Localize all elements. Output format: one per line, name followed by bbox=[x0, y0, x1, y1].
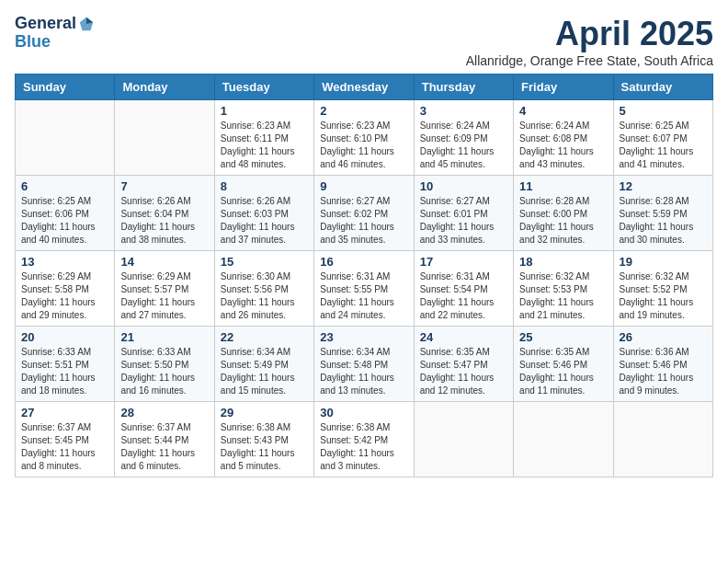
day-info-line: Sunset: 5:45 PM bbox=[21, 435, 89, 445]
calendar-cell: 10Sunrise: 6:27 AMSunset: 6:01 PMDayligh… bbox=[414, 176, 513, 251]
day-info-line: Sunrise: 6:34 AM bbox=[320, 347, 390, 357]
logo-icon bbox=[78, 16, 95, 32]
calendar-cell: 26Sunrise: 6:36 AMSunset: 5:46 PMDayligh… bbox=[613, 327, 712, 402]
day-info: Sunrise: 6:26 AMSunset: 6:04 PMDaylight:… bbox=[120, 195, 208, 247]
day-info-line: Sunrise: 6:24 AM bbox=[420, 121, 490, 131]
day-info: Sunrise: 6:24 AMSunset: 6:08 PMDaylight:… bbox=[519, 120, 607, 171]
day-info-line: Sunrise: 6:28 AM bbox=[519, 196, 589, 206]
calendar-cell: 22Sunrise: 6:34 AMSunset: 5:49 PMDayligh… bbox=[214, 327, 313, 402]
day-info-line: Sunrise: 6:27 AM bbox=[420, 196, 490, 206]
day-number: 17 bbox=[420, 255, 507, 269]
day-info-line: Sunset: 5:56 PM bbox=[221, 284, 289, 294]
day-info: Sunrise: 6:29 AMSunset: 5:58 PMDaylight:… bbox=[21, 270, 108, 322]
day-info-line: Daylight: 11 hours and 12 minutes. bbox=[420, 373, 495, 396]
day-info-line: Daylight: 11 hours and 11 minutes. bbox=[519, 373, 594, 396]
logo-subtext: Blue bbox=[15, 33, 51, 52]
day-number: 24 bbox=[420, 330, 507, 344]
day-info-line: Sunset: 5:46 PM bbox=[519, 360, 587, 370]
day-number: 30 bbox=[320, 406, 407, 419]
day-number: 20 bbox=[21, 330, 108, 344]
day-info: Sunrise: 6:37 AMSunset: 5:45 PMDaylight:… bbox=[21, 421, 108, 473]
calendar-cell bbox=[16, 100, 115, 176]
calendar-cell bbox=[414, 402, 513, 477]
day-info: Sunrise: 6:29 AMSunset: 5:57 PMDaylight:… bbox=[120, 270, 208, 322]
day-info-line: Daylight: 11 hours and 3 minutes. bbox=[320, 448, 394, 471]
day-info: Sunrise: 6:24 AMSunset: 6:09 PMDaylight:… bbox=[420, 120, 507, 171]
day-number: 23 bbox=[320, 330, 407, 344]
calendar-cell: 3Sunrise: 6:24 AMSunset: 6:09 PMDaylight… bbox=[414, 100, 513, 176]
day-info-line: Sunset: 6:02 PM bbox=[320, 209, 388, 219]
calendar-cell: 9Sunrise: 6:27 AMSunset: 6:02 PMDaylight… bbox=[314, 176, 414, 251]
calendar-cell bbox=[115, 100, 214, 176]
calendar-cell: 19Sunrise: 6:32 AMSunset: 5:52 PMDayligh… bbox=[613, 251, 712, 327]
day-info-line: Daylight: 11 hours and 46 minutes. bbox=[320, 146, 394, 169]
day-info-line: Sunset: 6:07 PM bbox=[620, 133, 688, 144]
day-info: Sunrise: 6:31 AMSunset: 5:54 PMDaylight:… bbox=[420, 270, 507, 322]
day-info-line: Sunset: 5:57 PM bbox=[120, 284, 188, 294]
day-info-line: Daylight: 11 hours and 29 minutes. bbox=[21, 297, 96, 320]
day-info-line: Daylight: 11 hours and 6 minutes. bbox=[120, 448, 195, 471]
day-info-line: Sunrise: 6:38 AM bbox=[320, 422, 390, 432]
day-info-line: Sunrise: 6:23 AM bbox=[320, 121, 390, 131]
day-info-line: Daylight: 11 hours and 40 minutes. bbox=[21, 222, 96, 245]
day-info-line: Sunrise: 6:23 AM bbox=[221, 121, 290, 131]
day-info: Sunrise: 6:38 AMSunset: 5:42 PMDaylight:… bbox=[320, 421, 407, 473]
day-info-line: Sunrise: 6:29 AM bbox=[120, 271, 190, 282]
day-info-line: Sunset: 5:46 PM bbox=[620, 360, 688, 370]
calendar-cell: 16Sunrise: 6:31 AMSunset: 5:55 PMDayligh… bbox=[314, 251, 414, 327]
calendar-cell bbox=[613, 402, 712, 477]
day-info-line: Sunrise: 6:25 AM bbox=[21, 196, 91, 206]
day-number: 19 bbox=[620, 255, 707, 269]
day-info-line: Sunrise: 6:33 AM bbox=[120, 347, 190, 357]
day-info-line: Daylight: 11 hours and 13 minutes. bbox=[320, 373, 394, 396]
day-number: 13 bbox=[21, 255, 108, 269]
month-title: April 2025 bbox=[466, 15, 713, 53]
day-info: Sunrise: 6:31 AMSunset: 5:55 PMDaylight:… bbox=[320, 270, 407, 322]
day-info: Sunrise: 6:25 AMSunset: 6:06 PMDaylight:… bbox=[21, 195, 108, 247]
day-number: 27 bbox=[21, 406, 108, 419]
day-info-line: Daylight: 11 hours and 35 minutes. bbox=[320, 222, 394, 245]
day-number: 26 bbox=[620, 330, 707, 344]
day-info-line: Sunrise: 6:35 AM bbox=[420, 347, 490, 357]
day-info-line: Sunset: 5:54 PM bbox=[420, 284, 488, 294]
header-sunday: Sunday bbox=[16, 75, 115, 100]
day-info-line: Sunset: 5:50 PM bbox=[120, 360, 188, 370]
day-number: 28 bbox=[120, 406, 208, 419]
day-info-line: Sunrise: 6:29 AM bbox=[21, 271, 91, 282]
day-info-line: Daylight: 11 hours and 5 minutes. bbox=[221, 448, 295, 471]
day-info-line: Sunset: 5:59 PM bbox=[620, 209, 688, 219]
day-number: 7 bbox=[120, 179, 208, 193]
day-info: Sunrise: 6:33 AMSunset: 5:50 PMDaylight:… bbox=[120, 346, 208, 397]
calendar-cell: 8Sunrise: 6:26 AMSunset: 6:03 PMDaylight… bbox=[214, 176, 313, 251]
day-info-line: Sunrise: 6:37 AM bbox=[21, 422, 91, 432]
day-info: Sunrise: 6:34 AMSunset: 5:49 PMDaylight:… bbox=[221, 346, 308, 397]
day-info-line: Sunrise: 6:27 AM bbox=[320, 196, 390, 206]
day-info-line: Sunset: 5:47 PM bbox=[420, 360, 488, 370]
day-info-line: Sunrise: 6:31 AM bbox=[320, 271, 390, 282]
day-number: 3 bbox=[420, 104, 507, 118]
day-number: 11 bbox=[519, 179, 607, 193]
day-info-line: Daylight: 11 hours and 19 minutes. bbox=[620, 297, 694, 320]
day-number: 29 bbox=[221, 406, 308, 419]
day-info-line: Daylight: 11 hours and 45 minutes. bbox=[420, 146, 495, 169]
calendar-cell: 1Sunrise: 6:23 AMSunset: 6:11 PMDaylight… bbox=[214, 100, 313, 176]
day-info: Sunrise: 6:32 AMSunset: 5:52 PMDaylight:… bbox=[620, 270, 707, 322]
header-tuesday: Tuesday bbox=[214, 75, 313, 100]
day-info-line: Sunrise: 6:35 AM bbox=[519, 347, 589, 357]
day-info-line: Sunset: 5:49 PM bbox=[221, 360, 289, 370]
day-info-line: Sunset: 5:43 PM bbox=[221, 435, 289, 445]
day-info-line: Sunrise: 6:38 AM bbox=[221, 422, 290, 432]
day-info-line: Sunrise: 6:30 AM bbox=[221, 271, 290, 282]
day-number: 9 bbox=[320, 179, 407, 193]
calendar-cell: 23Sunrise: 6:34 AMSunset: 5:48 PMDayligh… bbox=[314, 327, 414, 402]
header-friday: Friday bbox=[514, 75, 613, 100]
day-info-line: Daylight: 11 hours and 43 minutes. bbox=[519, 146, 594, 169]
day-info: Sunrise: 6:32 AMSunset: 5:53 PMDaylight:… bbox=[519, 270, 607, 322]
day-info-line: Sunset: 5:48 PM bbox=[320, 360, 388, 370]
day-info-line: Sunset: 5:58 PM bbox=[21, 284, 89, 294]
day-info-line: Daylight: 11 hours and 22 minutes. bbox=[420, 297, 495, 320]
header-wednesday: Wednesday bbox=[314, 75, 414, 100]
day-info-line: Sunrise: 6:28 AM bbox=[620, 196, 689, 206]
day-number: 4 bbox=[519, 104, 607, 118]
title-section: April 2025 Allanridge, Orange Free State… bbox=[466, 15, 713, 68]
